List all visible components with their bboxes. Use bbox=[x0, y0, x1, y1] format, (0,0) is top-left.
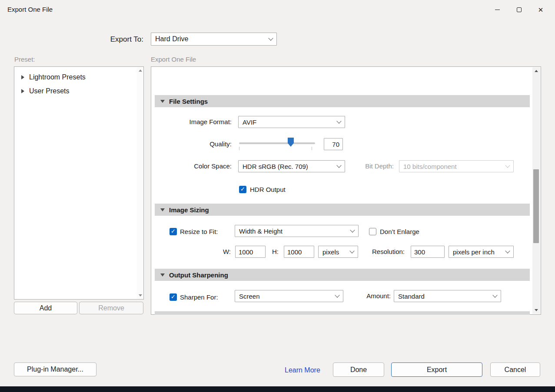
resize-mode-select[interactable]: Width & Height bbox=[235, 225, 359, 237]
bit-depth-select: 10 bits/component bbox=[399, 160, 514, 172]
chevron-down-icon bbox=[505, 163, 510, 168]
settings-panel-title: Export One File bbox=[151, 56, 196, 63]
quality-slider-thumb[interactable] bbox=[288, 138, 294, 147]
close-icon: ✕ bbox=[538, 7, 544, 13]
window-title: Export One File bbox=[7, 6, 53, 13]
sharpen-for-select[interactable]: Screen bbox=[235, 290, 343, 302]
export-button[interactable]: Export bbox=[391, 362, 482, 377]
settings-panel: File Settings Image Format: AVIF Quality… bbox=[151, 66, 541, 315]
color-space-value: HDR sRGB (Rec. 709) bbox=[243, 163, 334, 170]
add-button[interactable]: Add bbox=[14, 302, 77, 314]
slider-tick bbox=[239, 147, 239, 150]
scrollbar-thumb[interactable] bbox=[533, 169, 539, 243]
triangle-down-icon bbox=[160, 273, 165, 277]
height-input[interactable] bbox=[284, 246, 314, 258]
resize-to-fit-label: Resize to Fit: bbox=[180, 227, 218, 236]
dont-enlarge-checkbox[interactable] bbox=[369, 228, 376, 235]
maximize-icon bbox=[517, 7, 522, 12]
partial-section-header bbox=[155, 311, 530, 315]
amount-value: Standard bbox=[398, 293, 490, 300]
done-button[interactable]: Done bbox=[333, 362, 384, 377]
triangle-right-icon bbox=[21, 89, 24, 93]
bottom-edge bbox=[0, 386, 555, 392]
image-format-value: AVIF bbox=[243, 119, 334, 126]
quality-input[interactable] bbox=[324, 138, 343, 150]
triangle-right-icon bbox=[21, 75, 24, 79]
hdr-output-label: HDR Output bbox=[250, 185, 286, 194]
resize-to-fit-checkbox[interactable] bbox=[169, 228, 177, 235]
quality-slider[interactable] bbox=[239, 142, 315, 144]
cancel-button[interactable]: Cancel bbox=[490, 362, 540, 377]
export-to-value: Hard Drive bbox=[155, 35, 266, 43]
preset-list-scrollbar[interactable] bbox=[137, 67, 143, 299]
tree-item-label: User Presets bbox=[29, 87, 69, 95]
width-label: W: bbox=[220, 246, 231, 258]
preset-label: Preset: bbox=[14, 56, 35, 63]
image-sizing-header[interactable]: Image Sizing bbox=[155, 204, 530, 216]
resolution-label: Resolution: bbox=[337, 246, 405, 258]
scroll-down-icon[interactable] bbox=[535, 309, 538, 311]
scroll-up-icon[interactable] bbox=[139, 69, 142, 72]
sharpen-for-label: Sharpen For: bbox=[180, 293, 218, 302]
titlebar: Export One File ✕ bbox=[0, 0, 555, 19]
color-space-label: Color Space: bbox=[157, 160, 232, 172]
quality-label: Quality: bbox=[157, 138, 232, 150]
resolution-input[interactable] bbox=[411, 246, 445, 258]
export-to-select[interactable]: Hard Drive bbox=[151, 33, 277, 46]
section-title: Output Sharpening bbox=[169, 271, 228, 279]
chevron-down-icon bbox=[492, 293, 497, 297]
export-to-label: Export To: bbox=[86, 33, 143, 46]
window-controls: ✕ bbox=[486, 0, 552, 19]
chevron-down-icon bbox=[350, 227, 355, 232]
amount-label: Amount: bbox=[332, 290, 391, 302]
section-title: File Settings bbox=[169, 98, 208, 105]
amount-select[interactable]: Standard bbox=[394, 290, 501, 302]
chevron-down-icon bbox=[268, 36, 273, 40]
chevron-down-icon bbox=[336, 119, 341, 123]
chevron-down-icon bbox=[505, 248, 510, 253]
section-title: Image Sizing bbox=[169, 206, 209, 214]
chevron-down-icon bbox=[336, 163, 341, 168]
close-button[interactable]: ✕ bbox=[530, 0, 552, 19]
resize-mode-value: Width & Height bbox=[239, 227, 347, 235]
hdr-output-checkbox[interactable] bbox=[239, 186, 246, 193]
maximize-button[interactable] bbox=[508, 0, 530, 19]
minimize-icon bbox=[495, 10, 500, 10]
scroll-down-icon[interactable] bbox=[139, 294, 142, 296]
width-input[interactable] bbox=[235, 246, 266, 258]
color-space-select[interactable]: HDR sRGB (Rec. 709) bbox=[238, 160, 345, 172]
bit-depth-label: Bit Depth: bbox=[349, 160, 394, 172]
plugin-manager-button[interactable]: Plug-in Manager... bbox=[14, 362, 96, 376]
triangle-down-icon bbox=[160, 100, 165, 103]
image-format-select[interactable]: AVIF bbox=[238, 116, 345, 128]
tree-item-lightroom-presets[interactable]: Lightroom Presets bbox=[15, 70, 136, 84]
preset-list: Lightroom Presets User Presets bbox=[14, 66, 144, 300]
tree-item-user-presets[interactable]: User Presets bbox=[15, 84, 136, 98]
image-format-label: Image Format: bbox=[157, 116, 232, 128]
tree-item-label: Lightroom Presets bbox=[29, 73, 86, 81]
resolution-units-select[interactable]: pixels per inch bbox=[449, 246, 514, 258]
settings-scrollbar[interactable] bbox=[532, 67, 540, 314]
minimize-button[interactable] bbox=[486, 0, 508, 19]
remove-button: Remove bbox=[79, 302, 143, 314]
dont-enlarge-label: Don’t Enlarge bbox=[380, 227, 419, 236]
bit-depth-value: 10 bits/component bbox=[403, 163, 502, 170]
sharpen-for-checkbox[interactable] bbox=[169, 293, 177, 301]
file-settings-header[interactable]: File Settings bbox=[155, 95, 530, 107]
sharpen-for-value: Screen bbox=[239, 293, 332, 300]
triangle-down-icon bbox=[160, 208, 165, 211]
output-sharpening-header[interactable]: Output Sharpening bbox=[155, 269, 530, 281]
resolution-units-value: pixels per inch bbox=[453, 248, 502, 256]
height-label: H: bbox=[268, 246, 279, 258]
slider-tick bbox=[312, 147, 312, 150]
scroll-up-icon[interactable] bbox=[535, 70, 538, 72]
learn-more-link[interactable]: Learn More bbox=[285, 366, 320, 374]
